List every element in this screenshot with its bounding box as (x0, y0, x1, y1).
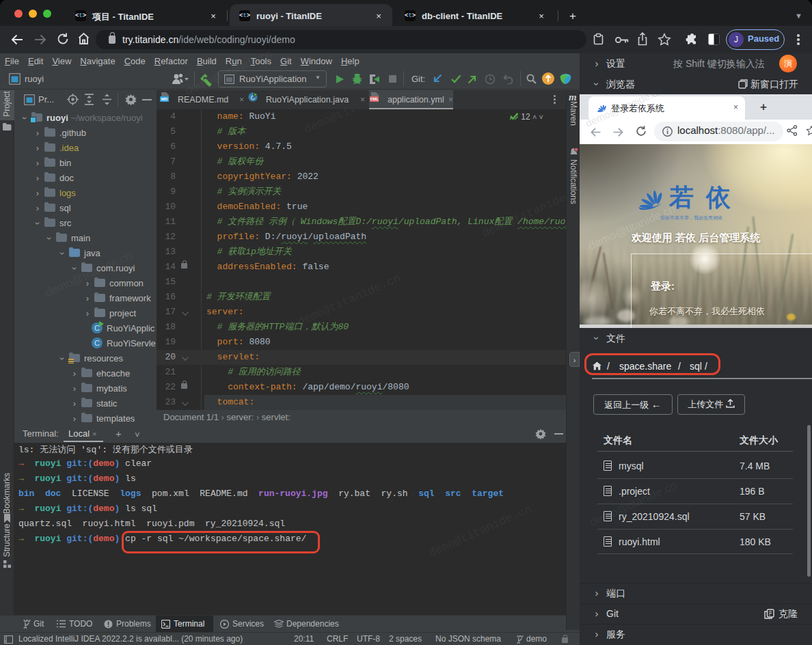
svg-text:MD: MD (161, 96, 168, 101)
svg-text:YML: YML (370, 96, 379, 101)
